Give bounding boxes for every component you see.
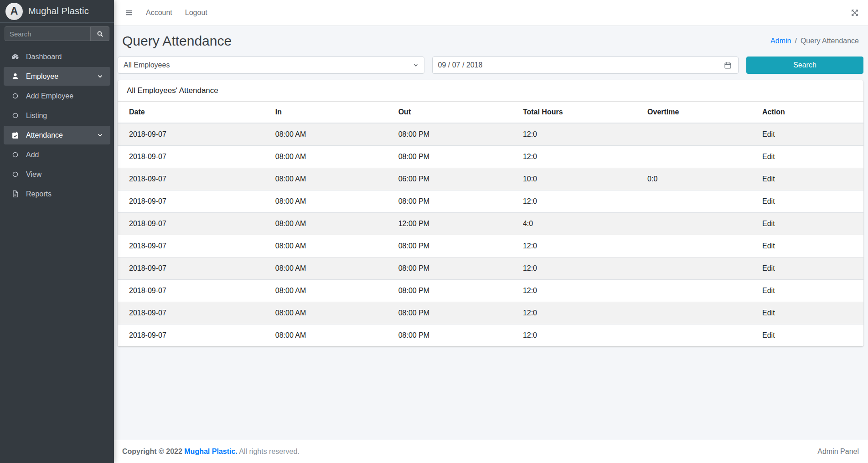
cell-action: Edit [757, 280, 863, 302]
chevron-down-icon [413, 62, 418, 68]
col-in: In [270, 102, 393, 123]
sidebar-search-input[interactable] [5, 26, 90, 41]
footer: Copyright © 2022 Mughal Plastic. All rig… [114, 440, 868, 463]
cell-out: 08:00 PM [393, 257, 517, 280]
cell-out: 06:00 PM [393, 168, 517, 190]
content: Query Attendance Admin / Query Attendanc… [114, 26, 868, 440]
table-row: 2018-09-0708:00 AM08:00 PM12:0Edit [118, 257, 863, 280]
cell-out: 12:00 PM [393, 213, 517, 235]
table-row: 2018-09-0708:00 AM08:00 PM12:0Edit [118, 190, 863, 213]
sidebar-item-label: Attendance [26, 131, 97, 139]
cell-action: Edit [757, 168, 863, 190]
cell-date: 2018-09-07 [118, 324, 270, 347]
edit-link[interactable]: Edit [762, 331, 775, 339]
cell-date: 2018-09-07 [118, 302, 270, 324]
sidebar-item-label: View [26, 170, 103, 179]
cell-in: 08:00 AM [270, 280, 393, 302]
sidebar-item-add-employee[interactable]: Add Employee [4, 87, 110, 105]
edit-link[interactable]: Edit [762, 242, 775, 250]
account-link[interactable]: Account [146, 9, 172, 17]
cell-action: Edit [757, 302, 863, 324]
attendance-card: All Employees' Attendance Date In Out To… [118, 80, 863, 346]
cell-action: Edit [757, 190, 863, 213]
page-title: Query Attendance [122, 33, 232, 49]
calendar-icon[interactable] [724, 62, 732, 69]
table-row: 2018-09-0708:00 AM08:00 PM12:0Edit [118, 302, 863, 324]
cell-action: Edit [757, 123, 863, 146]
cell-overtime [642, 213, 757, 235]
edit-link[interactable]: Edit [762, 264, 775, 272]
cell-total: 12:0 [517, 324, 642, 347]
employee-select[interactable]: All Employees [118, 57, 424, 74]
cell-in: 08:00 AM [270, 213, 393, 235]
sidebar-item-listing[interactable]: Listing [4, 106, 110, 125]
cell-in: 08:00 AM [270, 302, 393, 324]
cell-date: 2018-09-07 [118, 213, 270, 235]
cell-date: 2018-09-07 [118, 235, 270, 257]
chevron-down-icon [97, 73, 103, 79]
sidebar-item-label: Listing [26, 112, 103, 120]
footer-rights: All rights reserved. [238, 448, 300, 455]
logout-link[interactable]: Logout [185, 9, 207, 17]
fullscreen-button[interactable] [851, 9, 859, 17]
cell-overtime [642, 280, 757, 302]
table-row: 2018-09-0708:00 AM08:00 PM12:0Edit [118, 280, 863, 302]
cell-action: Edit [757, 257, 863, 280]
cell-overtime [642, 302, 757, 324]
cell-out: 08:00 PM [393, 302, 517, 324]
table-row: 2018-09-0708:00 AM08:00 PM12:0Edit [118, 146, 863, 168]
brand[interactable]: A Mughal Plastic [0, 0, 114, 23]
sidebar-item-dashboard[interactable]: Dashboard [4, 47, 110, 66]
search-button[interactable]: Search [746, 57, 863, 74]
sidebar-item-view[interactable]: View [4, 165, 110, 184]
cell-out: 08:00 PM [393, 146, 517, 168]
sidebar-item-attendance[interactable]: Attendance [4, 126, 110, 144]
cell-total: 4:0 [517, 213, 642, 235]
cell-in: 08:00 AM [270, 190, 393, 213]
edit-link[interactable]: Edit [762, 287, 775, 294]
footer-brand-link[interactable]: Mughal Plastic. [184, 448, 237, 455]
cell-in: 08:00 AM [270, 235, 393, 257]
sidebar-item-label: Reports [26, 190, 103, 198]
expand-arrows-icon [851, 9, 859, 17]
sidebar-item-employee[interactable]: Employee [4, 67, 110, 86]
cell-out: 08:00 PM [393, 190, 517, 213]
edit-link[interactable]: Edit [762, 309, 775, 317]
file-icon [10, 190, 20, 198]
col-out: Out [393, 102, 517, 123]
cell-date: 2018-09-07 [118, 168, 270, 190]
sidebar-menu: DashboardEmployeeAdd EmployeeListingAtte… [0, 47, 114, 204]
sidebar-item-add[interactable]: Add [4, 145, 110, 164]
circle-icon [10, 112, 20, 119]
cell-total: 10:0 [517, 168, 642, 190]
edit-link[interactable]: Edit [762, 220, 775, 227]
cell-overtime [642, 146, 757, 168]
edit-link[interactable]: Edit [762, 153, 775, 160]
breadcrumb: Admin / Query Attendance [770, 37, 859, 45]
brand-logo-icon: A [5, 3, 23, 20]
cell-total: 12:0 [517, 280, 642, 302]
date-input[interactable]: 09 / 07 / 2018 [432, 57, 739, 74]
filter-bar: All Employees 09 / 07 / 2018 Search [118, 57, 863, 74]
cell-overtime [642, 123, 757, 146]
cell-in: 08:00 AM [270, 168, 393, 190]
table-row: 2018-09-0708:00 AM08:00 PM12:0Edit [118, 235, 863, 257]
breadcrumb-current: Query Attendance [801, 37, 859, 45]
sidebar-item-label: Add [26, 151, 103, 159]
sidebar-item-label: Employee [26, 72, 97, 81]
cell-overtime [642, 235, 757, 257]
table-header-row: Date In Out Total Hours Overtime Action [118, 102, 863, 123]
edit-link[interactable]: Edit [762, 130, 775, 138]
circle-icon [10, 93, 20, 99]
sidebar-item-label: Add Employee [26, 92, 103, 100]
edit-link[interactable]: Edit [762, 175, 775, 183]
attendance-table: Date In Out Total Hours Overtime Action … [118, 102, 863, 346]
edit-link[interactable]: Edit [762, 197, 775, 205]
breadcrumb-admin-link[interactable]: Admin [770, 37, 791, 45]
col-action: Action [757, 102, 863, 123]
sidebar-item-reports[interactable]: Reports [4, 185, 110, 203]
footer-copyright: Copyright © 2022 [122, 448, 182, 455]
table-row: 2018-09-0708:00 AM08:00 PM12:0Edit [118, 123, 863, 146]
sidebar-toggle-button[interactable] [125, 9, 133, 17]
sidebar-search-button[interactable] [90, 26, 109, 41]
